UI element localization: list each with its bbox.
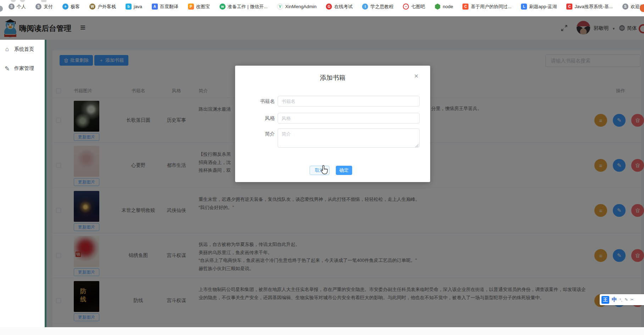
bookmark-label: 刷题app-蓝湖 — [529, 4, 557, 10]
bookmark-favicon: ✈ — [62, 4, 68, 10]
textarea-resize-grip[interactable] — [415, 144, 418, 147]
bookmark-label: node — [443, 4, 453, 9]
sidebar-item-icon: ⌂ — [4, 46, 11, 53]
bookmark-item[interactable]: b java — [126, 4, 142, 10]
bookmark-item[interactable]: C 基于用户的协同过... — [462, 4, 511, 10]
bookmark-label: 个人 — [17, 4, 26, 10]
bookmark-favicon: S — [9, 4, 15, 10]
sidebar-item-label: 系统首页 — [14, 46, 34, 53]
bookmark-favicon: G — [326, 4, 332, 10]
bookmark-label: 百度翻译 — [160, 4, 178, 10]
bookmark-favicon: L — [521, 4, 527, 10]
ime-scissors-icon[interactable]: ✂ — [631, 297, 634, 302]
ime-toolbar[interactable]: 王 中 °, ✎ ✂ — [600, 294, 644, 305]
window-bottom-strip — [0, 327, 644, 335]
confirm-button[interactable]: 确定 — [336, 166, 352, 175]
bookmark-item[interactable]: A 百度翻译 — [152, 4, 178, 10]
bookmark-item[interactable]: G 在线考试 — [326, 4, 352, 10]
sidebar: ⌂ 系统首页 ✎ 作家管理 — [0, 40, 45, 335]
bookmark-favicon: W — [89, 4, 95, 10]
bookmark-item[interactable]: ✈ 极客 — [62, 4, 80, 10]
bookmark-label: 七图吧 — [411, 4, 425, 10]
bookmark-favicon: S — [622, 4, 628, 10]
bookmark-item[interactable]: L 刷题app-蓝湖 — [521, 4, 557, 10]
bookmark-favicon: w — [220, 4, 226, 10]
sidebar-item-label: 作家管理 — [14, 65, 34, 72]
bookmark-item[interactable]: W 户外客栈 — [89, 4, 116, 10]
genre-input[interactable] — [278, 113, 420, 123]
bookmark-label: java — [134, 4, 142, 9]
bookmark-item[interactable]: − 七图吧 — [403, 4, 425, 10]
dialog-title: 添加书籍 — [235, 73, 430, 82]
bookmark-favicon: C — [462, 4, 468, 10]
bookmark-favicon: − — [403, 4, 409, 10]
sidebar-item[interactable]: ✎ 作家管理 — [0, 59, 45, 78]
cursor-hand-icon — [320, 165, 328, 176]
intro-textarea[interactable] — [278, 128, 420, 148]
book-name-input[interactable] — [278, 96, 420, 106]
field-label-intro: 简介 — [235, 128, 275, 139]
field-label-book-name: 书籍名 — [235, 96, 275, 106]
ime-logo-icon[interactable]: 王 — [601, 296, 609, 304]
bookmark-label: 在线考试 — [334, 4, 352, 10]
bookmark-item[interactable]: V XinMengAdmin — [277, 4, 316, 10]
bookmark-item[interactable]: S 个人 — [9, 4, 26, 10]
bookmark-item[interactable]: w 准备工作 | 微信开... — [220, 4, 267, 10]
browser-toolbar-partial-icon — [41, 0, 46, 2]
bookmark-favicon: b — [126, 4, 132, 10]
bookmark-label: 户外客栈 — [98, 4, 116, 10]
bookmark-label: Java推荐系统-基... — [574, 4, 613, 10]
bookmark-item[interactable]: t 学之思教程 — [362, 4, 393, 10]
bookmark-label: 改图宝 — [196, 4, 210, 10]
bookmark-favicon: S — [35, 4, 41, 10]
bookmark-favicon: t — [362, 4, 368, 10]
bookmark-label: 基于用户的协同过... — [471, 4, 511, 10]
bookmark-favicon: A — [152, 4, 158, 10]
bookmark-item[interactable]: C Java推荐系统-基... — [566, 4, 613, 10]
bookmark-label: 支付 — [44, 4, 53, 10]
bookmark-label: XinMengAdmin — [285, 4, 316, 9]
close-icon[interactable]: × — [414, 72, 418, 80]
bookmark-label: 极客 — [71, 4, 80, 10]
add-book-dialog: 添加书籍 × 书籍名 风格 简介 取消 确定 — [235, 66, 430, 182]
bookmark-item[interactable]: S 支付 — [35, 4, 53, 10]
ime-mode-chinese[interactable]: 中 — [612, 296, 617, 303]
sidebar-item-icon: ✎ — [4, 65, 11, 72]
bookmark-favicon: V — [277, 4, 283, 10]
ime-pen-icon[interactable]: ✎ — [624, 297, 628, 302]
ime-punctuation-icon[interactable]: °, — [620, 298, 622, 302]
modal-overlay-mask[interactable] — [0, 16, 644, 40]
bookmark-label: 准备工作 | 微信开... — [228, 4, 267, 10]
bookmark-item[interactable]: P 改图宝 — [188, 4, 210, 10]
bookmark-favicon: C — [566, 4, 572, 10]
field-label-genre: 风格 — [235, 113, 275, 123]
screen: S 个人 S 支付 ✈ 极客 W 户外客栈 — [0, 0, 644, 335]
sidebar-item[interactable]: ⌂ 系统首页 — [0, 40, 45, 59]
bookmark-favicon — [434, 4, 440, 10]
bookmark-label: 学之思教程 — [370, 4, 393, 10]
browser-bookmarks-bar: S 个人 S 支付 ✈ 极客 W 户外客栈 — [0, 0, 644, 16]
bookmark-favicon: P — [188, 4, 194, 10]
bookmark-item[interactable]: node — [434, 4, 453, 10]
